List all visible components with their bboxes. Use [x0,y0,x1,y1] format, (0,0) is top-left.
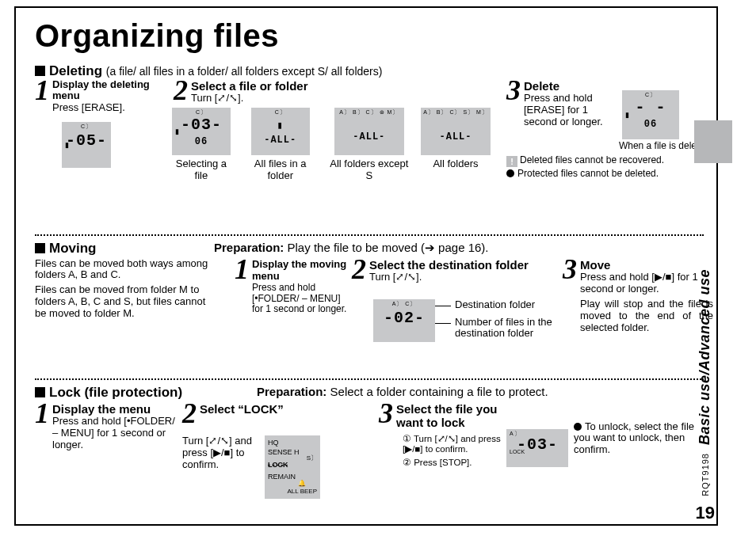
lcd-top: A〕 B〕 C〕 ⊛ M〕 [334,109,404,116]
moving-step-2: 2 Select the destination folder Turn [⤢/… [352,258,566,283]
lcd-icon-label: ALL BEEP [287,488,317,495]
step-body: Turn [⤢/⤡]. [191,93,308,105]
step-title: Select “LOCK” [200,402,284,416]
manual-page: Organizing files Deleting (a file/ all f… [14,6,718,526]
lcd-display: C〕 ▮ - - 06 [622,90,679,139]
step-title: Select the file you want to lock [396,402,523,430]
lcd-sub: 06 [644,119,657,130]
lcd-display: A〕 LOCK -03- [506,429,568,467]
moving-intro-2: Files can be moved from folder M to fold… [35,284,217,320]
step-number: 1 [35,79,52,102]
step-body: Turn [⤢/⤡] and press [▶/■] to confirm. [182,435,258,499]
section-deleting: Deleting (a file/ all files in a folder/… [35,63,704,230]
lcd-main: -03- [181,116,222,134]
warning-icon: ! [506,156,517,167]
lcd-side-icon: ▮ [65,141,69,149]
step-number: 3 [563,258,580,281]
lcd-top: C〕 [622,92,679,98]
step-number: 1 [235,258,252,281]
step-body: Press and hold [•FOLDER/ – MENU] for 1 s… [52,416,178,451]
unlock-note: To unlock, select the file you want to u… [574,420,694,456]
page-number: 19 [696,503,715,523]
lcd-sj: S〕 [307,454,317,462]
deleting-heading-text: Deleting [49,63,102,78]
lcd-display: A〕 C〕 -02- [373,299,435,342]
lock-step-2: 2 Select “LOCK” Turn [⤢/⤡] and press [▶/… [182,402,365,500]
lcd-display: C〕 ▮ -03- 06 [172,108,231,155]
preparation-body: Select a folder containing a file to pro… [330,385,548,398]
section-tab-label: Basic use/Advanced use [697,269,713,445]
step-number: 3 [379,402,396,425]
step-number: 2 [174,79,191,102]
lcd-side-icon: ▮ [175,127,179,135]
lcd-sub: -ALL- [439,131,472,143]
step-number: 2 [182,402,200,425]
page-sidebar: Basic use/Advanced use RQT9198 19 [691,8,718,524]
step-title: Select the destination folder [369,258,529,272]
warning-text: Deleted files cannot be recovered. [520,154,664,165]
deleting-step-1: 1 Display the deleting menu Press [ERASE… [35,79,170,169]
step-substep: ① Turn [⤢/⤡] and press [▶/■] to confirm. [403,434,506,454]
lock-heading-text: Lock (file protection) [49,385,182,400]
lcd-top: A〕 B〕 C〕 S〕 M〕 [421,109,491,116]
step-number: 1 [35,402,52,425]
doc-code: RQT9198 [701,453,711,496]
section-moving: Moving Files can be moved both ways amon… [35,241,704,374]
moving-step-1: 1 Display the moving menu Press and hold… [235,258,353,316]
lcd-display: C〕 ▮ -05- [62,122,111,168]
lcd-main: -05- [66,131,107,150]
step-title: Delete [524,79,617,93]
lcd-display: A〕 B〕 C〕 ⊛ M〕 -ALL- [334,108,404,155]
divider [35,234,704,236]
lcd-main: ▮ [277,120,284,131]
lcd-display: HQ SENSE H S〕 LOCK REMAIN 🔔ALL BEEP [265,435,320,499]
lcd-line: HQ [268,439,317,448]
lcd-caption: When a file is deleted. [506,141,712,152]
lcd-sub: 06 [195,136,208,147]
divider [35,378,704,380]
lcd-caption: All folders [433,158,478,170]
step-title: Select a file or folder [191,79,308,93]
step-number: 2 [352,258,369,281]
deleting-heading: Deleting (a file/ all files in a folder/… [35,63,704,79]
square-bullet-icon [35,243,45,253]
lock-step-1: 1 Display the menu Press and hold [•FOLD… [35,402,178,451]
step-body: Press [ERASE]. [52,102,170,114]
lcd-main: -02- [384,309,425,327]
lcd-sub: -ALL- [353,131,385,143]
moving-heading-text: Moving [49,241,97,256]
deleting-step-3: 3 Delete Press and hold [ERASE] for 1 se… [506,79,712,180]
preparation-body: Play the file to be moved (➔ page 16). [288,241,489,254]
bullet-icon [506,169,514,177]
note-text: Protected files cannot be deleted. [517,168,659,179]
step-number: 3 [506,79,524,102]
step-title: Display the moving menu [252,258,353,283]
lcd-top: C〕 [172,109,231,116]
lcd-sub: -ALL- [264,135,296,146]
lcd-caption: Selecting a file [170,158,232,182]
preparation-label: Preparation: [214,241,284,254]
step-body: Turn [⤢/⤡]. [369,272,529,283]
bullet-icon [574,423,582,431]
step-body: Press and hold [•FOLDER/ – MENU] for 1 s… [252,283,353,315]
section-lock: Lock (file protection) Preparation: Sele… [35,385,704,488]
preparation-label: Preparation: [257,385,326,398]
lock-icon: LOCK [510,449,525,455]
deleting-step-2: 2 Select a file or folder Turn [⤢/⤡]. C〕… [174,79,491,182]
step-title: Display the deleting menu [52,79,170,103]
step-body: Press and hold [ERASE] for 1 second or l… [524,93,617,128]
lcd-top: C〕 [251,109,310,116]
lcd-display: C〕 ▮ -ALL- [251,108,310,155]
lcd-top: A〕 C〕 [373,301,435,307]
step-substep: ② Press [STOP]. [403,458,506,468]
lcd-display: A〕 B〕 C〕 S〕 M〕 -ALL- [421,108,491,155]
deleting-subheading: (a file/ all files in a folder/ all fold… [106,65,383,78]
lcd-caption: All files in a folder [243,158,318,182]
lcd-top: A〕 [510,431,568,437]
lcd-caption: All folders except S [329,158,410,182]
lcd-top: C〕 [62,124,111,130]
page-title: Organizing files [35,17,704,54]
step-title: Display the menu [52,402,178,416]
callout-text: Number of files in the destination folde… [455,317,566,340]
tab-marker [694,120,732,163]
